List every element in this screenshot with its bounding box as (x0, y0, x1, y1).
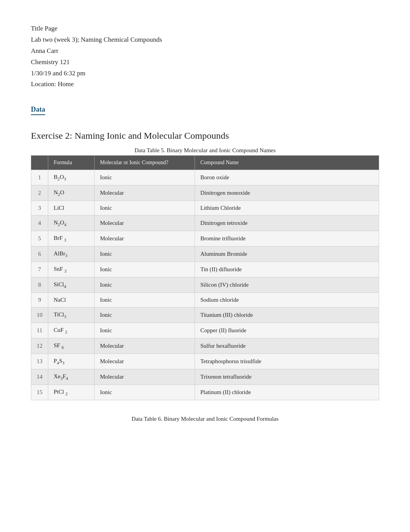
compound-type-cell: Molecular (95, 369, 195, 385)
col-header-type: Molecular or Ionic Compound? (95, 156, 195, 170)
table6-caption-row: Data Table 6. Binary Molecular and Ionic… (31, 416, 379, 422)
compound-name-cell: Aluminum Bromide (195, 246, 379, 262)
compound-name-cell: Tetraphosphorus trisulfide (195, 354, 379, 369)
table-row: 14Xe3F4MolecularTrixenon tetrafluoride (31, 369, 379, 385)
row-number: 5 (31, 231, 48, 246)
table5-caption: Data Table 5. Binary Molecular and Ionic… (31, 147, 379, 154)
compound-name-cell: Dinitrogen monoxide (195, 185, 379, 201)
col-header-formula: Formula (48, 156, 95, 170)
title-line2: Lab two (week 3); Naming Chemical Compou… (31, 34, 379, 46)
compound-type-cell: Ionic (95, 246, 195, 262)
table-row: 2N2OMolecularDinitrogen monoxide (31, 185, 379, 201)
table-row: 3LiClIonicLithium Chloride (31, 201, 379, 216)
compound-type-cell: Molecular (95, 354, 195, 369)
row-number: 11 (31, 323, 48, 338)
title-line6: Location: Home (31, 79, 379, 90)
row-number: 15 (31, 385, 48, 400)
table-row: 10TiCl3IonicTitanium (III) chloride (31, 308, 379, 323)
compound-type-cell: Molecular (95, 338, 195, 354)
compound-type-cell: Ionic (95, 293, 195, 308)
compound-name-cell: Sodium chloride (195, 293, 379, 308)
row-number: 8 (31, 277, 48, 293)
table-row: 9NaClIonicSodium chloride (31, 293, 379, 308)
formula-cell: NaCl (48, 293, 95, 308)
compound-type-cell: Ionic (95, 201, 195, 216)
formula-cell: N2O (48, 185, 95, 201)
formula-cell: PtCl 2 (48, 385, 95, 400)
compound-type-cell: Molecular (95, 216, 195, 231)
row-number: 7 (31, 262, 48, 277)
compound-type-cell: Ionic (95, 323, 195, 338)
table-row: 5BrF 3MolecularBromine trifluoride (31, 231, 379, 246)
compound-type-cell: Molecular (95, 185, 195, 201)
compound-type-cell: Molecular (95, 231, 195, 246)
table-row: 11CuF 2IonicCopper (II) fluoride (31, 323, 379, 338)
compound-name-cell: Titanium (III) chloride (195, 308, 379, 323)
formula-cell: TiCl3 (48, 308, 95, 323)
formula-cell: SiCl4 (48, 277, 95, 293)
compound-name-cell: Trixenon tetrafluoride (195, 369, 379, 385)
row-number: 13 (31, 354, 48, 369)
row-number: 6 (31, 246, 48, 262)
table-row: 15PtCl 2IonicPlatinum (II) chloride (31, 385, 379, 400)
formula-cell: CuF 2 (48, 323, 95, 338)
formula-cell: N2O4 (48, 216, 95, 231)
row-number: 12 (31, 338, 48, 354)
table6-caption: Data Table 6. Binary Molecular and Ionic… (31, 416, 379, 422)
compound-name-cell: Platinum (II) chloride (195, 385, 379, 400)
compound-type-cell: Ionic (95, 170, 195, 185)
title-section: Title Page Lab two (week 3); Naming Chem… (31, 23, 379, 90)
row-number: 4 (31, 216, 48, 231)
col-header-num (31, 156, 48, 170)
formula-cell: AlBr3 (48, 246, 95, 262)
row-number: 1 (31, 170, 48, 185)
col-header-name: Compound Name (195, 156, 379, 170)
exercise-heading: Exercise 2: Naming Ionic and Molecular C… (31, 131, 379, 141)
compound-name-cell: Tin (II) difluoride (195, 262, 379, 277)
row-number: 3 (31, 201, 48, 216)
table-row: 12SF 6MolecularSulfur hexafluoride (31, 338, 379, 354)
row-number: 9 (31, 293, 48, 308)
table5-header-row: Formula Molecular or Ionic Compound? Com… (31, 156, 379, 170)
table-row: 6AlBr3IonicAluminum Bromide (31, 246, 379, 262)
table-row: 8SiCl4IonicSilicon (IV) chloride (31, 277, 379, 293)
compound-name-cell: Boron oxide (195, 170, 379, 185)
compound-name-cell: Silicon (IV) chloride (195, 277, 379, 293)
table-row: 7SnF 2IonicTin (II) difluoride (31, 262, 379, 277)
compound-name-cell: Sulfur hexafluoride (195, 338, 379, 354)
compound-type-cell: Ionic (95, 277, 195, 293)
formula-cell: P4S3 (48, 354, 95, 369)
formula-cell: LiCl (48, 201, 95, 216)
row-number: 2 (31, 185, 48, 201)
compound-name-cell: Bromine trifluoride (195, 231, 379, 246)
data-section: Data (31, 105, 379, 127)
table5: Formula Molecular or Ionic Compound? Com… (31, 155, 379, 400)
title-line3: Anna Carr (31, 46, 379, 57)
formula-cell: Xe3F4 (48, 369, 95, 385)
table-row: 1B2O3IonicBoron oxide (31, 170, 379, 185)
compound-type-cell: Ionic (95, 308, 195, 323)
formula-cell: B2O3 (48, 170, 95, 185)
title-line5: 1/30/19 and 6:32 pm (31, 68, 379, 79)
row-number: 10 (31, 308, 48, 323)
table-row: 4N2O4MolecularDinitrogen tetroxide (31, 216, 379, 231)
section-heading: Data (31, 105, 45, 115)
compound-type-cell: Ionic (95, 262, 195, 277)
table-row: 13P4S3MolecularTetraphosphorus trisulfid… (31, 354, 379, 369)
row-number: 14 (31, 369, 48, 385)
title-line1: Title Page (31, 23, 379, 34)
formula-cell: SF 6 (48, 338, 95, 354)
formula-cell: SnF 2 (48, 262, 95, 277)
formula-cell: BrF 3 (48, 231, 95, 246)
compound-name-cell: Copper (II) fluoride (195, 323, 379, 338)
compound-name-cell: Dinitrogen tetroxide (195, 216, 379, 231)
title-line4: Chemistry 121 (31, 57, 379, 68)
compound-type-cell: Ionic (95, 385, 195, 400)
table5-caption-row: Data Table 5. Binary Molecular and Ionic… (31, 147, 379, 154)
compound-name-cell: Lithium Chloride (195, 201, 379, 216)
